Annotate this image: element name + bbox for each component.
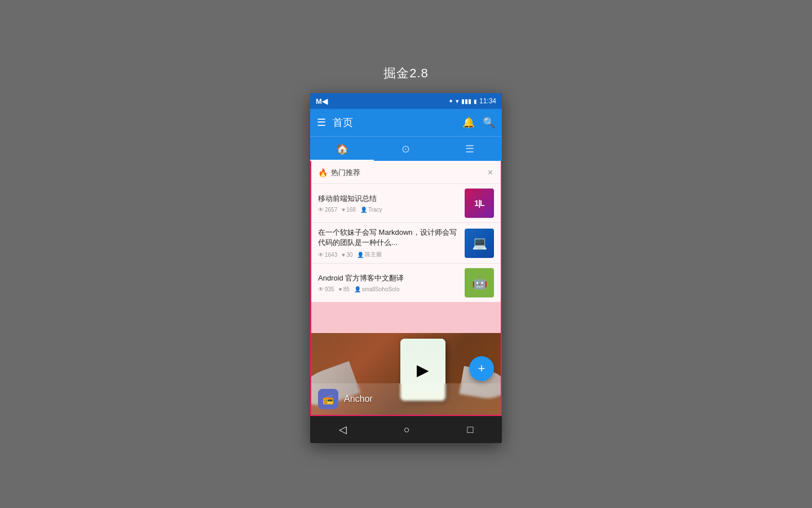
heart-icon-2: ♥ — [342, 252, 345, 258]
home-tab-icon: 🏠 — [336, 143, 348, 155]
eye-icon-1: 👁 — [318, 207, 324, 213]
tab-bar: 🏠 ⊙ ☰ — [310, 136, 502, 161]
search-icon[interactable]: 🔍 — [483, 116, 495, 129]
article-info-3: Android 官方博客中文翻译 👁 935 ♥ 85 👤 — [318, 273, 459, 292]
nav-bar: ◁ ○ □ — [310, 416, 502, 443]
anchor-logo-icon: 📻 — [323, 394, 334, 405]
article-item-2[interactable]: 在一个软妹子会写 Markdown，设计师会写代码的团队是一种什么... 👁 1… — [311, 222, 501, 263]
status-bar-right: ✦ ▾ ▮▮▮ ▮ 11:34 — [448, 97, 496, 105]
heart-icon-3: ♥ — [339, 286, 342, 292]
article-thumbnail-2: 💻 — [465, 229, 494, 258]
anchor-logo: 📻 — [318, 389, 338, 409]
tab-discover[interactable]: ⊙ — [374, 137, 438, 161]
likes-1: ♥ 168 — [342, 207, 356, 213]
user-icon-3: 👤 — [354, 286, 361, 292]
notification-icon[interactable]: 🔔 — [462, 116, 475, 129]
tab-home[interactable]: 🏠 — [310, 137, 374, 161]
views-1: 👁 2657 — [318, 207, 337, 213]
article-item-3[interactable]: Android 官方博客中文翻译 👁 935 ♥ 85 👤 — [311, 263, 501, 302]
wifi-icon: ▾ — [456, 98, 459, 105]
battery-icon: ▮ — [474, 98, 477, 104]
likes-3: ♥ 85 — [339, 286, 350, 292]
article-title-1: 移动前端知识总结 — [318, 194, 459, 204]
article-info-2: 在一个软妹子会写 Markdown，设计师会写代码的团队是一种什么... 👁 1… — [318, 227, 459, 259]
article-meta-1: 👁 2657 ♥ 168 👤 Tracy — [318, 207, 459, 213]
fab-button[interactable]: + — [469, 356, 494, 381]
page-title-wrapper: 掘金2.8 M◀ ✦ ▾ ▮▮▮ ▮ 11:34 ☰ 首页 🔔 🔍 — [310, 65, 502, 443]
close-button[interactable]: × — [487, 167, 494, 179]
bottom-image-area: ▶ 📻 Anchor + — [311, 333, 501, 415]
views-2: 👁 1643 — [318, 252, 337, 258]
heart-icon-1: ♥ — [342, 207, 345, 213]
article-item-1[interactable]: 移动前端知识总结 👁 2657 ♥ 168 👤 — [311, 183, 501, 222]
article-info-1: 移动前端知识总结 👁 2657 ♥ 168 👤 — [318, 194, 459, 213]
content-area: 🔥 热门推荐 × 移动前端知识总结 👁 2657 — [310, 161, 502, 416]
list-tab-icon: ☰ — [465, 143, 474, 155]
status-time: 11:34 — [479, 97, 496, 105]
status-bar-left: M◀ — [316, 97, 328, 106]
eye-icon-2: 👁 — [318, 252, 324, 258]
user-icon-1: 👤 — [360, 207, 367, 213]
discover-tab-icon: ⊙ — [401, 143, 410, 155]
back-button[interactable]: ◁ — [328, 419, 358, 440]
article-title-3: Android 官方博客中文翻译 — [318, 273, 459, 283]
eye-icon-3: 👁 — [318, 286, 324, 292]
app-bar-icons: 🔔 🔍 — [462, 116, 495, 129]
status-bar: M◀ ✦ ▾ ▮▮▮ ▮ 11:34 — [310, 93, 502, 109]
bluetooth-icon: ✦ — [448, 98, 453, 105]
article-thumbnail-1: 1|L — [465, 189, 494, 218]
hot-panel-header: 🔥 热门推荐 × — [311, 161, 501, 183]
home-button[interactable]: ○ — [392, 419, 421, 440]
anchor-name: Anchor — [344, 394, 373, 404]
article-meta-3: 👁 935 ♥ 85 👤 smallSohoSolo — [318, 286, 459, 292]
author-3: 👤 smallSohoSolo — [354, 286, 400, 292]
article-title-2: 在一个软妹子会写 Markdown，设计师会写代码的团队是一种什么... — [318, 227, 459, 248]
fab-icon: + — [478, 361, 486, 376]
article-thumbnail-3: 🤖 — [465, 268, 494, 297]
app-bar-title: 首页 — [333, 116, 462, 129]
phone-container: M◀ ✦ ▾ ▮▮▮ ▮ 11:34 ☰ 首页 🔔 🔍 🏠 — [310, 93, 502, 443]
recent-button[interactable]: □ — [456, 419, 484, 440]
app-bar: ☰ 首页 🔔 🔍 — [310, 109, 502, 136]
author-2: 👤 陈主腿 — [357, 251, 382, 259]
anchor-card[interactable]: 📻 Anchor — [311, 383, 501, 415]
tab-list[interactable]: ☰ — [438, 137, 502, 161]
page-title: 掘金2.8 — [383, 65, 429, 82]
likes-2: ♥ 30 — [342, 252, 352, 258]
menu-icon[interactable]: ☰ — [317, 116, 326, 129]
hot-panel: 🔥 热门推荐 × 移动前端知识总结 👁 2657 — [311, 161, 501, 302]
signal-icon: ▮▮▮ — [461, 98, 471, 105]
article-meta-2: 👁 1643 ♥ 30 👤 陈主腿 — [318, 251, 459, 259]
hot-title-text: 热门推荐 — [331, 168, 360, 178]
views-3: 👁 935 — [318, 286, 334, 292]
user-icon-2: 👤 — [357, 252, 364, 258]
fire-icon: 🔥 — [318, 168, 328, 177]
hot-panel-title: 🔥 热门推荐 — [318, 168, 360, 178]
app-logo-icon: M◀ — [316, 97, 328, 106]
author-1: 👤 Tracy — [360, 207, 382, 213]
